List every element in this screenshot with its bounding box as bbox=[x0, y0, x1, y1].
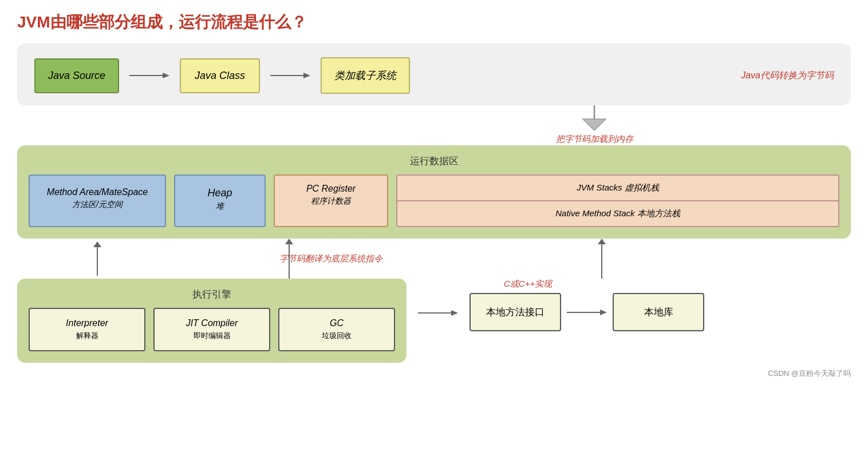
arrow-down-label: 把字节码加载到内存 bbox=[556, 134, 633, 145]
svg-marker-15 bbox=[600, 310, 607, 315]
jvm-stacks-box: JVM Stacks 虚拟机栈 bbox=[397, 176, 838, 201]
svg-marker-3 bbox=[303, 73, 310, 78]
svg-marker-7 bbox=[93, 241, 101, 247]
interpreter-box: Interpreter 解释器 bbox=[29, 308, 145, 351]
heap-box: Heap 堆 bbox=[174, 175, 266, 227]
native-section: C或C++实现 本地方法接口 本地库 bbox=[469, 279, 851, 331]
top-section: Java Source Java Class 类加载子系统 Java代码转换为字… bbox=[17, 43, 851, 105]
svg-marker-1 bbox=[163, 73, 169, 78]
pc-register-box: PC Register 程序计数器 bbox=[274, 175, 388, 227]
runtime-section: 运行数据区 Method Area/MateSpace 方法区/元空间 Heap… bbox=[17, 145, 851, 239]
down-arrow-svg bbox=[577, 105, 611, 130]
method-area-box: Method Area/MateSpace 方法区/元空间 bbox=[29, 175, 166, 227]
arrow-to-native bbox=[418, 279, 458, 319]
class-loader-box: 类加载子系统 bbox=[321, 57, 410, 94]
vertical-connectors: 字节码翻译为底层系统指令 bbox=[17, 239, 851, 279]
arrow-to-library bbox=[567, 307, 607, 318]
gc-box: GC 垃圾回收 bbox=[278, 308, 395, 351]
vert-arrow-method bbox=[89, 241, 106, 276]
svg-marker-5 bbox=[583, 119, 606, 130]
arrow-to-class bbox=[129, 70, 169, 81]
c-label: C或C++实现 bbox=[504, 279, 552, 290]
arrow-down-area: 把字节码加载到内存 bbox=[17, 105, 851, 145]
vert-arrow-stacks bbox=[593, 239, 610, 279]
runtime-label: 运行数据区 bbox=[29, 154, 839, 168]
vert-arrow-pc bbox=[281, 239, 298, 279]
arrow-to-loader bbox=[270, 70, 310, 81]
stacks-group: JVM Stacks 虚拟机栈 Native Method Stack 本地方法… bbox=[396, 175, 839, 227]
native-method-stack-box: Native Method Stack 本地方法栈 bbox=[397, 201, 838, 226]
flow-boxes: Java Source Java Class 类加载子系统 bbox=[34, 57, 724, 94]
pc-and-right: PC Register 程序计数器 JVM Stacks 虚拟机栈 Native… bbox=[274, 175, 839, 227]
bottom-row: 执行引擎 Interpreter 解释器 JIT Compiler 即时编辑器 … bbox=[17, 279, 851, 363]
exec-section: 执行引擎 Interpreter 解释器 JIT Compiler 即时编辑器 … bbox=[17, 279, 407, 363]
page-title: JVM由哪些部分组成，运行流程是什么？ bbox=[17, 11, 851, 33]
jit-box: JIT Compiler 即时编辑器 bbox=[153, 308, 270, 351]
svg-marker-13 bbox=[451, 310, 458, 316]
java-source-box: Java Source bbox=[34, 58, 119, 93]
watermark: CSDN @豆粉今天敲了吗 bbox=[17, 368, 851, 379]
svg-marker-9 bbox=[285, 239, 293, 244]
svg-marker-11 bbox=[598, 239, 606, 244]
top-label: Java代码转换为字节码 bbox=[741, 70, 834, 82]
exec-label: 执行引擎 bbox=[29, 288, 395, 301]
java-class-box: Java Class bbox=[180, 58, 260, 93]
native-interface-box: 本地方法接口 bbox=[469, 293, 561, 331]
native-library-box: 本地库 bbox=[613, 293, 704, 331]
